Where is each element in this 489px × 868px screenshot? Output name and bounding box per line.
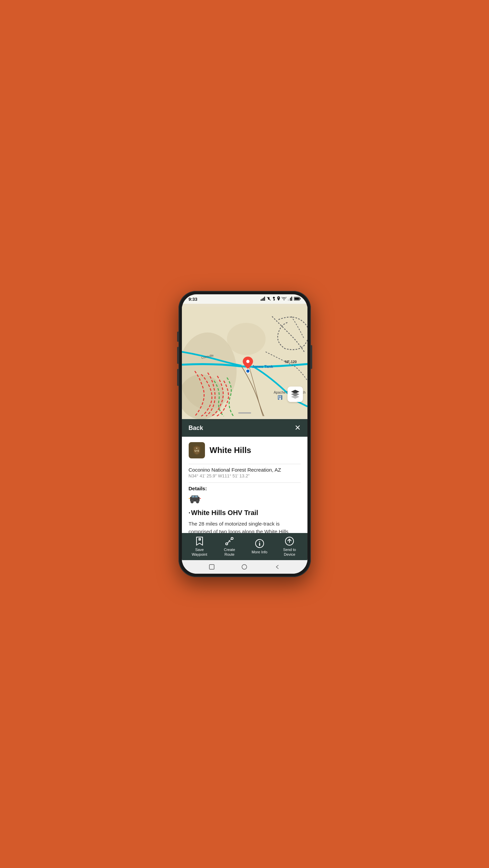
map-area[interactable]: NF-120 Cornville	[182, 304, 307, 419]
back-button[interactable]: Back	[189, 425, 203, 432]
place-coords: N34° 41' 25.9" W111° 51' 13.2"	[189, 473, 301, 478]
svg-rect-0	[261, 299, 262, 301]
status-time: 9:33	[189, 297, 198, 302]
svg-rect-39	[195, 496, 198, 497]
battery-icon	[294, 297, 301, 301]
divider-1	[189, 464, 301, 464]
location-icon	[277, 296, 280, 302]
power-button	[177, 332, 178, 342]
recent-apps-button[interactable]	[208, 563, 215, 571]
svg-rect-10	[300, 298, 300, 300]
trail-description: The 28 miles of motorized single-track i…	[189, 520, 301, 533]
save-waypoint-label: Save Waypoint	[189, 548, 211, 556]
svg-point-53	[259, 541, 260, 542]
trail-title: White Hills OHV Trail	[189, 509, 301, 517]
bottom-sheet: Back ✕ U·S ★ White Hil	[182, 419, 307, 574]
phone-screen: 9:33	[182, 294, 307, 574]
mute-icon	[267, 297, 271, 301]
place-icon: U·S ★	[189, 442, 205, 458]
bluetooth-icon	[272, 296, 276, 302]
svg-text:★: ★	[196, 447, 198, 449]
android-nav-bar	[182, 560, 307, 574]
svg-rect-44	[189, 498, 190, 499]
create-route-button[interactable]: Create Route	[214, 534, 245, 558]
svg-point-43	[197, 501, 198, 502]
svg-point-57	[242, 565, 247, 569]
svg-rect-26	[278, 397, 279, 398]
more-info-label: More Info	[252, 550, 267, 554]
create-route-icon	[225, 536, 234, 546]
svg-text:NF-120: NF-120	[285, 360, 297, 364]
more-info-button[interactable]: More Info	[245, 537, 275, 556]
sheet-content: U·S ★ White Hills Coconino National Fore…	[182, 437, 307, 533]
svg-rect-24	[278, 396, 279, 397]
volume-down-button	[177, 369, 178, 386]
close-button[interactable]: ✕	[295, 423, 301, 432]
svg-rect-11	[294, 298, 299, 300]
more-info-icon	[255, 539, 264, 548]
svg-rect-54	[259, 543, 260, 546]
details-vehicle-icon	[189, 494, 301, 505]
create-route-label: Create Route	[219, 548, 241, 556]
save-waypoint-button[interactable]: + Save Waypoint	[185, 534, 215, 558]
svg-rect-1	[262, 299, 263, 301]
svg-point-19	[246, 360, 249, 363]
svg-text:+: +	[199, 538, 200, 540]
save-waypoint-icon: +	[195, 536, 204, 546]
sheet-header: Back ✕	[182, 419, 307, 437]
svg-rect-33	[238, 412, 251, 414]
svg-point-15	[227, 323, 265, 355]
svg-rect-6	[289, 299, 290, 301]
send-to-device-icon	[285, 536, 294, 546]
volume-up-button	[177, 347, 178, 364]
wifi-icon	[282, 297, 286, 301]
send-to-device-label: Send to Device	[279, 548, 301, 556]
signal-bars-icon	[288, 297, 293, 301]
svg-point-21	[246, 369, 249, 373]
svg-rect-56	[209, 565, 214, 569]
svg-rect-3	[264, 297, 265, 301]
svg-text:U·S: U·S	[194, 449, 199, 452]
send-to-device-button[interactable]: Send to Device	[275, 534, 305, 558]
details-label: Details:	[189, 486, 301, 491]
svg-rect-38	[192, 496, 194, 497]
status-icons	[261, 296, 301, 302]
place-header: U·S ★ White Hills	[189, 442, 301, 458]
signal-icon	[261, 297, 265, 301]
svg-rect-5	[288, 299, 289, 301]
phone-frame: 9:33	[178, 291, 311, 577]
svg-rect-45	[200, 498, 201, 499]
svg-point-48	[226, 543, 228, 545]
svg-rect-2	[263, 298, 264, 301]
home-button[interactable]	[241, 563, 248, 571]
svg-rect-7	[290, 298, 291, 301]
svg-rect-28	[279, 398, 281, 400]
svg-point-41	[191, 501, 193, 502]
svg-rect-8	[291, 297, 292, 301]
place-name: White Hills	[210, 446, 251, 455]
svg-point-51	[229, 541, 230, 541]
svg-text:Jones Tank: Jones Tank	[252, 364, 273, 369]
place-location: Coconino National Forest Recreation, AZ	[189, 467, 301, 473]
svg-rect-25	[280, 396, 281, 397]
action-bar: + Save Waypoint	[182, 533, 307, 560]
right-side-button	[311, 345, 312, 369]
divider-2	[189, 482, 301, 483]
status-bar: 9:33	[182, 294, 307, 304]
svg-point-49	[231, 537, 233, 539]
back-nav-button[interactable]	[274, 563, 281, 571]
svg-rect-27	[280, 397, 281, 398]
